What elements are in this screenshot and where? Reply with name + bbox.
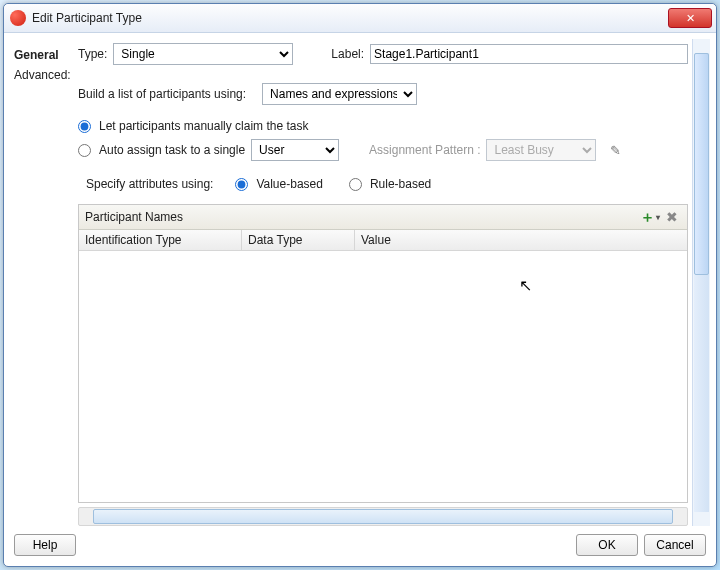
label-label: Label: xyxy=(331,47,364,61)
dialog-footer: Help OK Cancel xyxy=(4,526,716,566)
column-identification-type[interactable]: Identification Type xyxy=(79,230,242,250)
assignment-pattern-label: Assignment Pattern : xyxy=(369,143,480,157)
rule-based-radio[interactable] xyxy=(349,178,362,191)
dialog-title: Edit Participant Type xyxy=(32,11,668,25)
type-select[interactable]: Single xyxy=(113,43,293,65)
build-list-select[interactable]: Names and expressions xyxy=(262,83,417,105)
titlebar: Edit Participant Type ✕ xyxy=(4,4,716,33)
cursor-icon: ↖ xyxy=(519,276,532,295)
value-based-label: Value-based xyxy=(256,177,323,191)
scrollbar-thumb[interactable] xyxy=(694,53,709,275)
vertical-scrollbar[interactable] xyxy=(692,39,710,526)
rule-based-label: Rule-based xyxy=(370,177,431,191)
delete-icon: ✖ xyxy=(666,209,678,225)
participant-names-section: Participant Names ＋▾ ✖ Identification Ty… xyxy=(78,204,688,503)
sidebar: General Advanced: xyxy=(10,39,78,526)
sidebar-tab-general[interactable]: General xyxy=(10,45,78,65)
assignment-pattern-select: Least Busy xyxy=(486,139,596,161)
value-based-radio[interactable] xyxy=(235,178,248,191)
manual-claim-radio[interactable] xyxy=(78,120,91,133)
chevron-down-icon: ▾ xyxy=(656,213,660,222)
add-row-button[interactable]: ＋▾ xyxy=(641,208,659,226)
auto-assign-label: Auto assign task to a single xyxy=(99,143,245,157)
plus-icon: ＋ xyxy=(640,208,655,227)
app-icon xyxy=(10,10,26,26)
specify-attributes-label: Specify attributes using: xyxy=(86,177,213,191)
column-data-type[interactable]: Data Type xyxy=(242,230,355,250)
rule-based-option[interactable]: Rule-based xyxy=(349,177,431,191)
auto-assign-radio[interactable] xyxy=(78,144,91,157)
participant-names-title: Participant Names xyxy=(85,210,637,224)
auto-assign-target-select[interactable]: User xyxy=(251,139,339,161)
dialog-window: Edit Participant Type ✕ General Advanced… xyxy=(3,3,717,567)
sidebar-tab-advanced[interactable]: Advanced: xyxy=(10,65,78,85)
close-button[interactable]: ✕ xyxy=(668,8,712,28)
type-label: Type: xyxy=(78,47,107,61)
value-based-option[interactable]: Value-based xyxy=(235,177,323,191)
delete-row-button[interactable]: ✖ xyxy=(663,208,681,226)
table-header: Identification Type Data Type Value xyxy=(79,230,687,251)
cancel-button[interactable]: Cancel xyxy=(644,534,706,556)
scrollbar-thumb[interactable] xyxy=(93,509,673,524)
manual-claim-label: Let participants manually claim the task xyxy=(99,119,308,133)
close-icon: ✕ xyxy=(686,12,695,25)
build-list-label: Build a list of participants using: xyxy=(78,87,246,101)
horizontal-scrollbar[interactable] xyxy=(78,507,688,526)
label-input[interactable] xyxy=(370,44,688,64)
ok-button[interactable]: OK xyxy=(576,534,638,556)
pencil-icon[interactable]: ✎ xyxy=(610,143,621,158)
column-value[interactable]: Value xyxy=(355,230,687,250)
help-button[interactable]: Help xyxy=(14,534,76,556)
table-body[interactable]: ↖ xyxy=(79,251,687,502)
